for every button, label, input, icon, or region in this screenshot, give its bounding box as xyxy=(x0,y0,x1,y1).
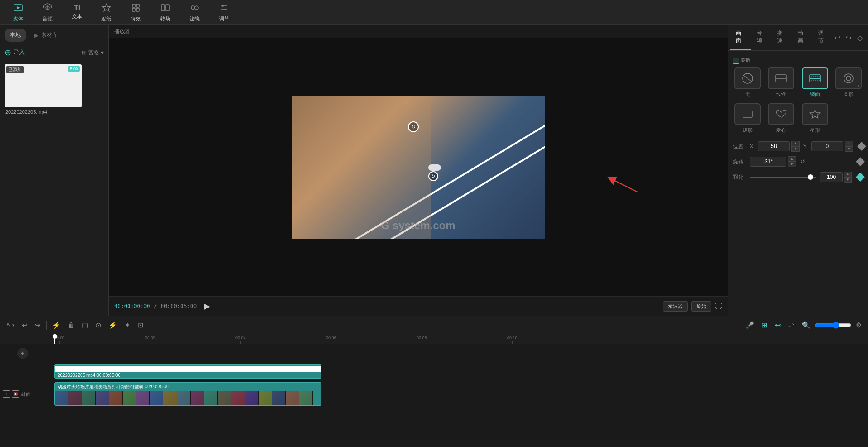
right-tab-audio[interactable]: 音频 xyxy=(751,25,772,50)
delete-btn[interactable]: 🗑 xyxy=(65,319,77,331)
mic-btn[interactable]: 🎤 xyxy=(743,319,757,331)
playhead[interactable] xyxy=(54,334,55,344)
frame-3 xyxy=(82,391,96,406)
rotation-decrement-btn[interactable]: ▼ xyxy=(788,162,796,167)
mask-star[interactable]: ↓ 星形 xyxy=(800,103,830,134)
feather-increment-btn[interactable]: ▲ xyxy=(844,172,852,177)
import-label: 导入 xyxy=(13,48,25,57)
toolbar-transition[interactable]: 转场 xyxy=(152,1,179,23)
position-keyframe-btn[interactable] xyxy=(857,142,866,151)
timeline-zoom-slider[interactable] xyxy=(815,322,851,329)
rotation-input[interactable] xyxy=(750,157,786,167)
zoom-out-btn[interactable]: 🔍 xyxy=(799,319,813,331)
frame-13 xyxy=(218,391,231,406)
feather-keyframe-btn[interactable] xyxy=(856,173,865,182)
waveform-button[interactable]: 示波器 xyxy=(663,301,688,312)
feather-slider[interactable] xyxy=(750,177,816,178)
view-controls[interactable]: ⊞ 宫格 ▾ xyxy=(82,49,104,57)
tl-settings-btn[interactable]: ⚙ xyxy=(853,319,864,331)
right-tab-adjust[interactable]: 调节 xyxy=(813,25,834,50)
mask-label-text: 蒙版 xyxy=(741,57,751,64)
right-tab-screen[interactable]: 画面 xyxy=(730,25,751,50)
tl-view-btn[interactable]: ⊞ xyxy=(759,319,770,331)
y-increment-btn[interactable]: ▲ xyxy=(845,141,853,146)
timeline-undo-btn[interactable]: ↩ xyxy=(19,319,30,331)
clip-cover-label: 动漫片头转场片尾唯美场所打斗炫酷可爱萌 00:00:05:00 xyxy=(55,383,321,391)
position-y-input[interactable] xyxy=(811,141,843,151)
svg-marker-4 xyxy=(102,4,110,11)
left-panel-toolbar: ⊕ 导入 ⊞ 宫格 ▾ xyxy=(0,45,108,60)
media-item-0[interactable]: 已添加 5:00 20220202205.mp4 xyxy=(5,64,104,115)
gap-btn[interactable]: ▢ xyxy=(79,319,91,331)
add-track-btn[interactable]: + xyxy=(17,348,28,359)
mask-overlay xyxy=(292,96,431,239)
timeline-redo-btn[interactable]: ↪ xyxy=(32,319,43,331)
mask-icons-row1: 无 线性 xyxy=(733,67,863,98)
x-decrement-btn[interactable]: ▼ xyxy=(791,146,800,152)
timeline-select-tool[interactable]: ↖ ▾ xyxy=(4,320,17,330)
track-mute-icon[interactable]: 🔇 xyxy=(12,390,19,398)
feather-stepper: ▲ ▼ xyxy=(844,172,852,183)
mask-heart[interactable]: ↓ 爱心 xyxy=(766,103,796,134)
left-panel: 本地 ▶ 素材库 ⊕ 导入 ⊞ 宫格 ▾ 已添加 5:00 xyxy=(0,25,109,316)
play-button[interactable]: ▶ xyxy=(200,299,214,313)
tab-local[interactable]: 本地 xyxy=(5,29,26,42)
tl-split2-btn[interactable]: ⇌ xyxy=(786,319,797,331)
frame-14 xyxy=(231,391,245,406)
ai-btn[interactable]: ✦ xyxy=(122,319,133,331)
y-decrement-btn[interactable]: ▼ xyxy=(845,146,853,152)
svg-point-16 xyxy=(225,9,226,10)
speed-btn[interactable]: ⊙ xyxy=(93,319,104,331)
import-button[interactable]: ⊕ 导入 xyxy=(5,48,25,58)
position-x-input[interactable] xyxy=(758,141,790,151)
mask-rect[interactable]: 矩形 xyxy=(733,103,762,134)
toolbar-text[interactable]: TI 文本 xyxy=(63,1,91,23)
mask-linear[interactable]: 线性 xyxy=(766,67,796,98)
time-current: 00:00:00:00 xyxy=(114,303,150,309)
mask-radial[interactable]: ↓ 圆形 xyxy=(834,67,863,98)
crop-btn[interactable]: ⊡ xyxy=(135,319,146,331)
svg-rect-6 xyxy=(136,4,139,7)
mask-none[interactable]: 无 xyxy=(733,67,762,98)
toolbar-adjust[interactable]: 调节 xyxy=(211,1,238,23)
rotation-reset-icon[interactable]: ↺ xyxy=(801,159,805,165)
right-tab-speed[interactable]: 变速 xyxy=(772,25,792,50)
track-audio-icon[interactable]: ♪ xyxy=(3,390,10,398)
undo-button[interactable]: ↩ xyxy=(834,33,841,43)
redo-button[interactable]: ↪ xyxy=(845,33,853,43)
toolbar-audio[interactable]: 音频 xyxy=(34,1,61,23)
right-tab-animation[interactable]: 动画 xyxy=(792,25,813,50)
svg-point-12 xyxy=(195,6,198,10)
clip-main[interactable]: 20220202205.mp4 00:00:05:00 xyxy=(54,364,321,379)
split-btn[interactable]: ⚡ xyxy=(49,319,63,331)
toolbar-adjust-label: 调节 xyxy=(219,15,229,22)
feather-decrement-btn[interactable]: ▼ xyxy=(844,177,852,183)
preview-right-buttons: 示波器 原始 ⛶ xyxy=(663,301,722,312)
original-button[interactable]: 原始 xyxy=(691,301,711,312)
mask-section-checkbox[interactable] xyxy=(733,58,739,64)
effects-icon xyxy=(131,3,141,14)
clip-cover[interactable]: 动漫片头转场片尾唯美场所打斗炫酷可爱萌 00:00:05:00 xyxy=(54,382,321,406)
x-stepper: ▲ ▼ xyxy=(791,141,800,152)
tab-asset-lib[interactable]: ▶ 素材库 xyxy=(30,29,62,42)
rotation-keyframe-btn[interactable] xyxy=(856,157,865,166)
rotation-increment-btn[interactable]: ▲ xyxy=(788,156,796,162)
center-handle[interactable] xyxy=(428,164,441,171)
feather-input[interactable] xyxy=(820,172,843,182)
toolbar-filter[interactable]: 滤镜 xyxy=(181,1,208,23)
svg-rect-9 xyxy=(161,5,165,11)
x-increment-btn[interactable]: ▲ xyxy=(791,141,800,146)
media-duration-badge: 5:00 xyxy=(68,66,80,72)
svg-point-26 xyxy=(846,76,851,81)
position-y-group: Y ▲ ▼ xyxy=(803,141,853,152)
fullscreen-button[interactable]: ⛶ xyxy=(715,302,722,310)
track-row-cover: 动漫片头转场片尾唯美场所打斗炫酷可爱萌 00:00:05:00 xyxy=(45,380,868,408)
toolbar-media[interactable]: 媒体 xyxy=(5,1,32,23)
toolbar-sticker[interactable]: 贴纸 xyxy=(93,1,120,23)
tl-layout-btn[interactable]: ⊷ xyxy=(772,319,784,331)
dropdown-arrow: ▾ xyxy=(12,323,14,327)
mask-mirror[interactable]: 镜面 xyxy=(800,67,830,98)
toolbar-effects[interactable]: 特效 xyxy=(122,1,149,23)
frame-2 xyxy=(68,391,82,406)
auto-cut-btn[interactable]: ⚡ xyxy=(106,319,120,331)
